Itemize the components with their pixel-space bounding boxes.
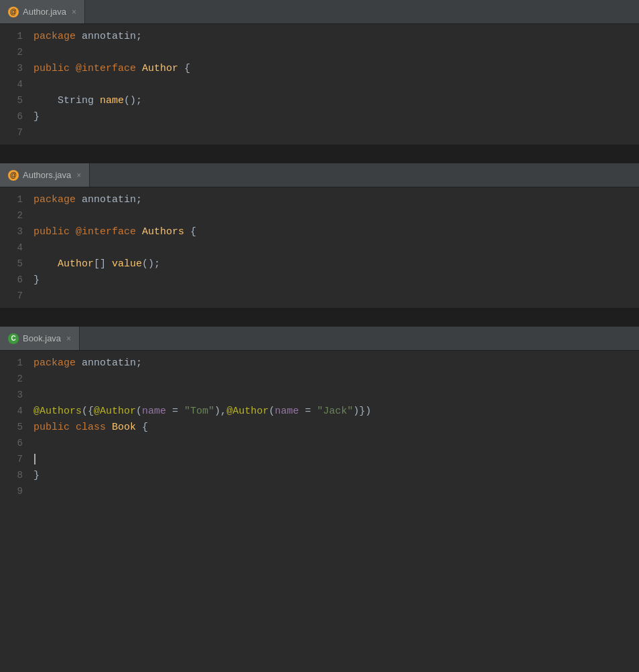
code-area-author-java: 1package annotatin;2 3public @interface … [0,24,639,145]
token-plain: String [58,95,100,106]
line-content [33,371,639,388]
token-annotation: @Author [226,406,269,417]
line-content [33,436,639,452]
app-container: @Author.java×1package annotatin;2 3publi… [0,0,639,503]
token-plain [70,226,76,238]
line-number: 4 [0,76,33,92]
line-content: package annotatin; [33,355,639,371]
token-plain: { [184,226,196,238]
token-kw-package: package [33,194,76,205]
code-line: 3public @interface Author { [0,60,639,76]
token-kw-class: class [76,422,106,433]
token-kw-public: public [33,63,70,74]
line-number: 7 [0,288,33,304]
token-string-val: "Jack" [317,406,353,417]
token-plain: (); [124,95,142,106]
token-plain: ({ [82,406,94,417]
code-line: 2 [0,44,639,60]
token-plain: (); [142,258,160,270]
code-line: 2 [0,207,639,224]
token-param-name: name [275,406,299,417]
line-content: public @interface Authors { [33,224,639,240]
line-content: package annotatin; [33,29,639,45]
token-kw-interface: @interface [76,226,136,238]
token-kw-public: public [33,226,70,238]
token-identifier: Author [142,63,178,74]
panel-gap [0,145,639,163]
token-plain [136,226,142,238]
line-number: 7 [0,124,33,141]
tab-close-authors-java[interactable]: × [76,171,81,180]
tab-icon-author-java: @ [8,7,19,17]
token-plain: } [33,111,40,122]
line-number: 8 [0,467,33,483]
line-content: public class Book { [33,420,639,436]
code-area-authors-java: 1package annotatin;2 3public @interface … [0,187,639,308]
line-number: 5 [0,256,33,272]
line-number: 9 [0,483,33,499]
token-identifier: name [100,95,124,106]
code-line: 7 [0,124,639,141]
text-cursor [34,454,36,465]
token-kw-package: package [33,31,76,42]
tab-label-book-java: Book.java [23,333,61,343]
tab-label-authors-java: Authors.java [23,170,71,180]
line-content [33,288,639,305]
line-number: 3 [0,387,33,403]
token-plain [106,422,112,433]
tab-label-author-java: Author.java [23,7,66,17]
line-content [33,45,639,61]
panel-gap [0,308,639,327]
token-param-name: name [142,406,166,417]
token-kw-public: public [33,422,70,433]
token-identifier: value [112,258,142,270]
tab-author-java[interactable]: @Author.java× [0,0,85,23]
code-line: 4 [0,76,639,92]
line-number: 2 [0,371,33,387]
line-number: 2 [0,44,33,60]
line-number: 3 [0,60,33,76]
tab-bar-authors-java: @Authors.java× [0,163,639,187]
tab-icon-authors-java: @ [8,170,19,181]
tab-close-author-java[interactable]: × [72,7,76,17]
tab-authors-java[interactable]: @Authors.java× [0,163,90,187]
code-line: 7 [0,451,639,467]
line-content [33,125,639,141]
token-string-val: "Tom" [184,406,214,417]
token-plain: annotatin; [76,194,142,205]
line-content: } [33,468,639,484]
token-plain [136,63,142,74]
panel-authors-java: @Authors.java×1package annotatin;2 3publ… [0,163,639,308]
token-identifier: Authors [142,226,184,238]
line-content: package annotatin; [33,192,639,208]
line-number: 1 [0,355,33,371]
line-content: Author[] value(); [33,256,639,272]
line-number: 7 [0,451,33,467]
token-plain [33,95,58,106]
token-plain: = [299,406,317,417]
tab-book-java[interactable]: CBook.java× [0,327,80,350]
code-area-book-java: 1package annotatin;2 3 4@Authors({@Autho… [0,351,639,503]
panel-author-java: @Author.java×1package annotatin;2 3publi… [0,0,639,145]
code-line: 7 [0,288,639,304]
token-plain: } [33,470,40,481]
token-plain [70,422,76,433]
line-number: 6 [0,435,33,451]
panel-book-java: CBook.java×1package annotatin;2 3 4@Auth… [0,327,639,503]
token-plain [70,63,76,74]
code-line: 9 [0,483,639,499]
code-line: 5public class Book { [0,419,639,435]
line-content: } [33,272,639,288]
token-kw-package: package [33,357,76,369]
line-number: 1 [0,28,33,44]
code-line: 3 [0,387,639,403]
line-content [33,208,639,224]
line-content [33,452,639,468]
tab-icon-book-java: C [8,333,19,344]
token-plain: )}) [353,406,371,417]
token-annotation: @Author [94,406,136,417]
tab-close-book-java[interactable]: × [66,334,71,343]
token-kw-interface: @interface [76,63,136,74]
line-number: 4 [0,240,33,256]
token-identifier: Author [58,258,94,270]
